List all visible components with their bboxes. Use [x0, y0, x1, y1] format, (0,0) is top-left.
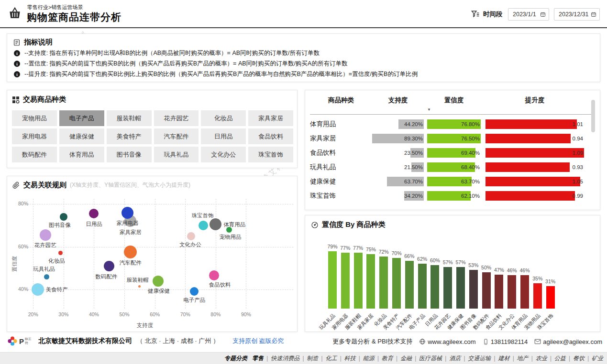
table-row-食品饮料[interactable]: 食品饮料23.50%69.40%1.09	[305, 146, 601, 160]
slicer-item-玩具礼品[interactable]: 玩具礼品	[154, 147, 199, 162]
nav-item-矿业[interactable]: 矿业	[592, 354, 603, 363]
bubble-point-家用电器[interactable]	[121, 207, 133, 219]
nav-item-建材[interactable]: 建材	[498, 354, 509, 363]
bubble-point-食品饮料[interactable]	[209, 270, 219, 280]
email-link[interactable]: agileex@agileex.com	[534, 338, 602, 345]
slicer-item-电子产品[interactable]: 电子产品	[59, 110, 104, 126]
bubble-point-珠宝首饰[interactable]	[199, 221, 208, 230]
table-scrollbar[interactable]	[591, 100, 595, 132]
column-header-支持度[interactable]: 支持度	[372, 96, 424, 105]
column-header-提升度[interactable]: 提升度	[486, 96, 584, 105]
bubble-point-数码配件[interactable]	[104, 261, 114, 271]
nav-item-餐饮[interactable]: 餐饮	[573, 354, 585, 363]
bar-服装鞋帽[interactable]	[354, 253, 363, 309]
bubble-point-文化办公[interactable]	[187, 232, 195, 240]
bar-家具家居[interactable]	[366, 254, 375, 309]
website-link[interactable]: www.agileex.com	[419, 338, 475, 345]
sort-descending-icon[interactable]: ▼	[427, 107, 431, 112]
slicer-item-文化办公[interactable]: 文化办公	[201, 147, 246, 162]
bubble-point-玩具礼品[interactable]	[44, 274, 49, 279]
slicer-item-健康保健[interactable]: 健康保健	[59, 128, 104, 144]
column-header-商品种类[interactable]: 商品种类	[310, 96, 372, 105]
nav-item-交通运输[interactable]: 交通运输	[468, 354, 491, 363]
bar-珠宝首饰[interactable]	[546, 286, 555, 309]
slicer-item-图书音像[interactable]: 图书音像	[107, 147, 152, 162]
mail-icon	[534, 338, 541, 345]
y-tick-label: 60%	[16, 244, 28, 249]
slicer-item-服装鞋帽[interactable]: 服装鞋帽	[107, 110, 152, 126]
table-row-体育用品[interactable]: 体育用品44.20%76.80%1.01	[305, 117, 601, 131]
slicer-item-家用电器[interactable]: 家用电器	[12, 128, 57, 144]
bar-电子产品[interactable]	[418, 264, 427, 309]
bar-汽车配件[interactable]	[405, 261, 414, 309]
slicer-item-体育用品[interactable]: 体育用品	[59, 147, 104, 162]
bar-图书音像[interactable]	[469, 270, 478, 309]
confidence-value: 68.40%	[461, 162, 480, 172]
bar-文化办公[interactable]	[508, 275, 516, 309]
bar-美食特产[interactable]	[392, 258, 401, 309]
table-row-珠宝首饰[interactable]: 珠宝首饰34.20%62.10%0.99	[305, 189, 601, 203]
bar-玩具礼品[interactable]	[328, 251, 337, 309]
nav-item-教育[interactable]: 教育	[382, 354, 393, 363]
slicer-item-家具家居[interactable]: 家具家居	[248, 110, 293, 126]
slicer-item-化妆品[interactable]: 化妆品	[201, 110, 246, 126]
column-header-置信度[interactable]: 置信度	[427, 96, 481, 105]
table-row-健康保健[interactable]: 健康保健63.70%63.70%1.05	[305, 174, 601, 189]
slicer-item-数码配件[interactable]: 数码配件	[12, 147, 57, 162]
bar-家用电器[interactable]	[341, 253, 350, 309]
slicer-item-花卉园艺[interactable]: 花卉园艺	[154, 110, 199, 126]
date-start-input[interactable]: 2023/1/1	[508, 8, 549, 21]
slicer-item-宠物用品[interactable]: 宠物用品	[12, 110, 57, 126]
paperclip-icon	[12, 181, 20, 189]
nav-item-酒店[interactable]: 酒店	[449, 354, 461, 363]
slicer-item-珠宝首饰[interactable]: 珠宝首饰	[248, 147, 293, 162]
bubble-label: 文化办公	[179, 241, 201, 248]
bar-健康保健[interactable]	[456, 267, 465, 309]
nav-item-制造[interactable]: 制造	[307, 354, 318, 363]
table-row-玩具礼品[interactable]: 玩具礼品21.50%68.40%0.93	[305, 160, 601, 174]
nav-item-医疗器械[interactable]: 医疗器械	[419, 354, 442, 363]
bar-体育用品[interactable]	[520, 275, 529, 309]
bubble-point-宠物用品[interactable]	[226, 227, 232, 233]
bubble-label: 健康保健	[148, 288, 170, 295]
slicer-item-汽车配件[interactable]: 汽车配件	[154, 128, 199, 144]
bar-宠物用品[interactable]	[533, 283, 542, 309]
nav-item-公益[interactable]: 公益	[554, 354, 566, 363]
nav-item-快速消费品[interactable]: 快速消费品	[271, 354, 299, 363]
bar-食品饮料[interactable]	[495, 275, 503, 309]
nav-item-农业[interactable]: 农业	[536, 354, 547, 363]
bubble-point-电子产品[interactable]	[190, 287, 199, 296]
slicer-item-食品饮料[interactable]: 食品饮料	[248, 128, 293, 144]
anti-piracy-link[interactable]: 支持原创 盗版必究	[232, 337, 284, 345]
bar-数码配件[interactable]	[482, 272, 491, 309]
bubble-point-汽车配件[interactable]	[124, 246, 137, 258]
bubble-point-图书音像[interactable]	[60, 213, 67, 221]
bubble-point-体育用品[interactable]	[210, 218, 221, 230]
nav-item-零售[interactable]: 零售	[252, 354, 264, 363]
nav-item-地产[interactable]: 地产	[517, 354, 529, 363]
nav-item-能源[interactable]: 能源	[363, 354, 375, 363]
bubble-point-服装鞋帽[interactable]	[138, 285, 141, 288]
slicer-item-美食特产[interactable]: 美食特产	[107, 128, 152, 144]
x-tick-label: 20%	[22, 311, 44, 317]
bubble-point-化妆品[interactable]	[58, 251, 63, 255]
bubble-label: 家具家居	[120, 229, 142, 236]
calendar-icon[interactable]	[591, 11, 596, 17]
bubble-point-美食特产[interactable]	[32, 283, 44, 296]
nav-item-化工[interactable]: 化工	[325, 354, 337, 363]
bar-化妆品[interactable]	[379, 257, 388, 309]
date-end-input[interactable]: 2023/12/31	[554, 8, 600, 21]
bar-花卉园艺[interactable]	[443, 267, 452, 309]
bar-日用品[interactable]	[430, 265, 439, 309]
bubble-point-健康保健[interactable]	[153, 276, 164, 287]
nav-item-金融[interactable]: 金融	[400, 354, 412, 363]
table-row-家具家居[interactable]: 家具家居89.30%76.50%0.94	[305, 131, 601, 146]
nav-item-科技[interactable]: 科技	[344, 354, 356, 363]
confidence-value: 63.70%	[461, 177, 480, 186]
bubble-point-日用品[interactable]	[89, 209, 99, 218]
phone-number[interactable]: 13811982114	[483, 338, 528, 345]
slicer-item-日用品[interactable]: 日用品	[201, 128, 246, 144]
calendar-icon[interactable]	[540, 11, 546, 17]
lift-cell: 1.09	[486, 146, 584, 160]
bubble-point-花卉园艺[interactable]	[40, 229, 51, 241]
